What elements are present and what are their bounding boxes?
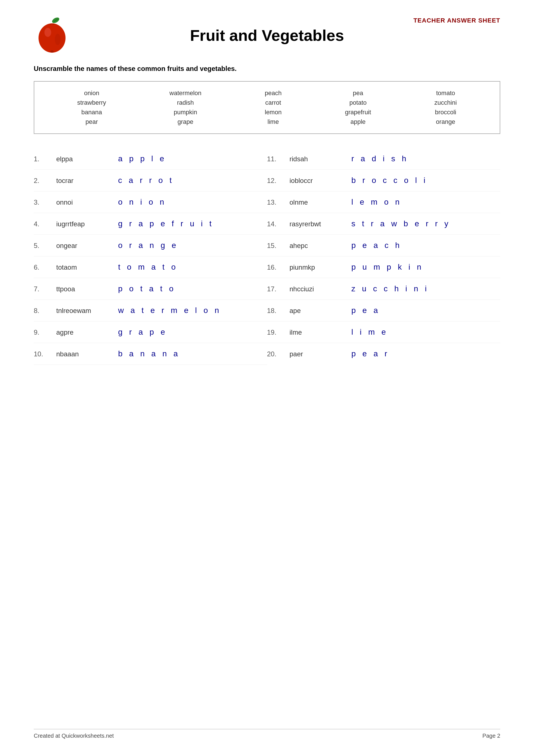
word-col-2: watermelon radish pumpkin grape <box>169 90 202 125</box>
question-number: 20. <box>267 350 290 358</box>
scrambled-word: ahepc <box>290 242 351 250</box>
word-item: onion <box>84 90 99 97</box>
answer-word: l e m o n <box>351 198 402 206</box>
svg-point-2 <box>44 28 51 37</box>
word-item: orange <box>436 118 455 125</box>
answer-row: 11. ridsah r a d i s h <box>267 148 500 170</box>
question-number: 11. <box>267 155 290 163</box>
answer-row: 3. onnoi o n i o n <box>34 191 267 213</box>
word-col-1: onion strawberry banana pear <box>77 90 106 125</box>
word-item: banana <box>81 109 102 116</box>
svg-point-3 <box>50 50 54 53</box>
scrambled-word: ilme <box>290 329 351 336</box>
answer-word: p o t a t o <box>118 284 176 293</box>
word-item: pea <box>353 90 363 97</box>
answer-word: z u c c h i n i <box>351 284 429 293</box>
answer-word: s t r a w b e r r y <box>351 219 451 228</box>
answer-word: b a n a n a <box>118 349 180 358</box>
scrambled-word: elppa <box>56 155 118 163</box>
question-number: 7. <box>34 285 56 293</box>
scrambled-word: ridsah <box>290 155 351 163</box>
answer-word: l i m e <box>351 328 388 337</box>
answer-row: 20. paer p e a r <box>267 343 500 365</box>
scrambled-word: nbaaan <box>56 350 118 358</box>
teacher-label: TEACHER ANSWER SHEET <box>413 17 500 24</box>
question-number: 18. <box>267 307 290 315</box>
answer-word: t o m a t o <box>118 263 178 272</box>
answer-row: 12. iobloccr b r o c c o l i <box>267 170 500 191</box>
footer-left: Created at Quickworksheets.net <box>34 733 114 739</box>
answer-row: 19. ilme l i m e <box>267 321 500 343</box>
scrambled-word: piunmkp <box>290 263 351 271</box>
answer-word: r a d i s h <box>351 154 409 163</box>
instruction: Unscramble the names of these common fru… <box>34 65 500 73</box>
word-col-4: pea potato grapefruit apple <box>345 90 371 125</box>
scrambled-word: rasyrerbwt <box>290 220 351 228</box>
answer-row: 8. tnlreoewam w a t e r m e l o n <box>34 300 267 321</box>
scrambled-word: tocrar <box>56 177 118 185</box>
question-number: 1. <box>34 155 56 163</box>
word-item: lime <box>267 118 279 125</box>
footer-right: Page 2 <box>483 733 500 739</box>
answer-word: w a t e r m e l o n <box>118 306 221 315</box>
answer-word: a p p l e <box>118 154 166 163</box>
word-item: pumpkin <box>174 109 197 116</box>
answer-row: 5. ongear o r a n g e <box>34 235 267 256</box>
question-number: 6. <box>34 263 56 271</box>
question-number: 9. <box>34 329 56 336</box>
scrambled-word: paer <box>290 350 351 358</box>
word-item: radish <box>177 99 194 106</box>
word-item: grapefruit <box>345 109 371 116</box>
word-item: grape <box>177 118 193 125</box>
question-number: 4. <box>34 220 56 228</box>
question-number: 10. <box>34 350 56 358</box>
word-item: potato <box>349 99 367 106</box>
answer-word: c a r r o t <box>118 176 174 185</box>
answer-row: 17. nhcciuzi z u c c h i n i <box>267 278 500 300</box>
answer-word: b r o c c o l i <box>351 176 428 185</box>
answer-word: p u m p k i n <box>351 263 424 272</box>
word-item: tomato <box>436 90 455 97</box>
scrambled-word: iobloccr <box>290 177 351 185</box>
word-item: peach <box>265 90 282 97</box>
answers-grid: 1. elppa a p p l e 11. ridsah r a d i s … <box>34 148 500 365</box>
scrambled-word: onnoi <box>56 199 118 206</box>
scrambled-word: tnlreoewam <box>56 307 118 315</box>
scrambled-word: ape <box>290 307 351 315</box>
question-number: 19. <box>267 329 290 336</box>
answer-row: 7. ttpooa p o t a t o <box>34 278 267 300</box>
answer-row: 15. ahepc p e a c h <box>267 235 500 256</box>
word-item: strawberry <box>77 99 106 106</box>
question-number: 15. <box>267 242 290 250</box>
answer-row: 4. iugrrtfeap g r a p e f r u i t <box>34 213 267 235</box>
question-number: 12. <box>267 177 290 185</box>
word-item: zucchini <box>434 99 457 106</box>
word-item: lemon <box>265 109 282 116</box>
word-col-5: tomato zucchini broccoli orange <box>434 90 457 125</box>
answer-row: 16. piunmkp p u m p k i n <box>267 256 500 278</box>
question-number: 2. <box>34 177 56 185</box>
answer-row: 14. rasyrerbwt s t r a w b e r r y <box>267 213 500 235</box>
word-item: pear <box>86 118 98 125</box>
answer-word: p e a <box>351 306 380 315</box>
svg-point-4 <box>55 34 61 45</box>
answer-word: g r a p e f r u i t <box>118 219 214 228</box>
question-number: 3. <box>34 199 56 206</box>
answer-word: o r a n g e <box>118 241 178 250</box>
scrambled-word: totaom <box>56 263 118 271</box>
question-number: 8. <box>34 307 56 315</box>
scrambled-word: ttpooa <box>56 285 118 293</box>
answer-word: o n i o n <box>118 198 166 206</box>
question-number: 16. <box>267 263 290 271</box>
answer-row: 13. olnme l e m o n <box>267 191 500 213</box>
question-number: 5. <box>34 242 56 250</box>
scrambled-word: ongear <box>56 242 118 250</box>
answer-row: 9. agpre g r a p e <box>34 321 267 343</box>
answer-row: 1. elppa a p p l e <box>34 148 267 170</box>
answer-word: g r a p e <box>118 328 167 337</box>
word-item: apple <box>350 118 366 125</box>
word-item: watermelon <box>169 90 202 97</box>
answer-word: p e a c h <box>351 241 402 250</box>
answer-row: 6. totaom t o m a t o <box>34 256 267 278</box>
scrambled-word: iugrrtfeap <box>56 220 118 228</box>
